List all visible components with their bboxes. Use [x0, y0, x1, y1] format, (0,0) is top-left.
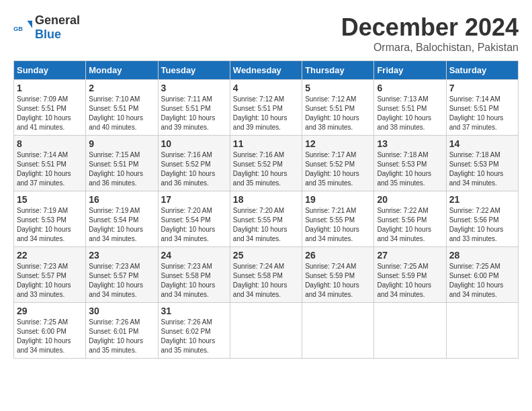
day-number: 4 [233, 83, 299, 93]
calendar-week-row: 8Sunrise: 7:14 AM Sunset: 5:51 PM Daylig… [14, 136, 519, 191]
day-info: Sunrise: 7:24 AM Sunset: 5:59 PM Dayligh… [305, 262, 371, 300]
calendar-cell: 11Sunrise: 7:16 AM Sunset: 5:52 PM Dayli… [230, 136, 302, 191]
day-info: Sunrise: 7:22 AM Sunset: 5:56 PM Dayligh… [449, 206, 515, 244]
calendar-cell: 18Sunrise: 7:20 AM Sunset: 5:55 PM Dayli… [230, 191, 302, 247]
weekday-header-wednesday: Wednesday [230, 61, 302, 80]
logo-text-blue: Blue [35, 28, 61, 41]
calendar-cell: 14Sunrise: 7:18 AM Sunset: 5:53 PM Dayli… [446, 136, 518, 191]
day-number: 14 [449, 138, 515, 149]
day-number: 19 [305, 194, 371, 205]
day-info: Sunrise: 7:18 AM Sunset: 5:53 PM Dayligh… [377, 150, 443, 188]
day-info: Sunrise: 7:23 AM Sunset: 5:57 PM Dayligh… [89, 262, 154, 300]
day-number: 21 [449, 194, 515, 205]
day-info: Sunrise: 7:19 AM Sunset: 5:54 PM Dayligh… [89, 206, 154, 244]
day-info: Sunrise: 7:14 AM Sunset: 5:51 PM Dayligh… [17, 150, 83, 188]
day-number: 18 [233, 194, 299, 205]
day-number: 7 [449, 83, 515, 93]
calendar-cell: 6Sunrise: 7:13 AM Sunset: 5:51 PM Daylig… [374, 80, 446, 136]
calendar-cell [374, 303, 446, 359]
day-info: Sunrise: 7:25 AM Sunset: 5:59 PM Dayligh… [377, 262, 443, 300]
day-info: Sunrise: 7:12 AM Sunset: 5:51 PM Dayligh… [233, 95, 299, 132]
weekday-header-tuesday: Tuesday [158, 61, 230, 80]
day-number: 28 [449, 250, 515, 261]
calendar-cell: 1Sunrise: 7:09 AM Sunset: 5:51 PM Daylig… [14, 80, 86, 136]
calendar-cell: 10Sunrise: 7:16 AM Sunset: 5:52 PM Dayli… [158, 136, 230, 191]
calendar-cell: 26Sunrise: 7:24 AM Sunset: 5:59 PM Dayli… [302, 247, 374, 303]
day-number: 5 [305, 83, 371, 93]
weekday-header-monday: Monday [86, 61, 158, 80]
day-number: 29 [17, 306, 83, 316]
calendar-cell [230, 303, 302, 359]
day-number: 8 [17, 138, 83, 149]
day-info: Sunrise: 7:16 AM Sunset: 5:52 PM Dayligh… [233, 150, 299, 188]
calendar-cell: 23Sunrise: 7:23 AM Sunset: 5:57 PM Dayli… [86, 247, 158, 303]
calendar-cell: 27Sunrise: 7:25 AM Sunset: 5:59 PM Dayli… [374, 247, 446, 303]
day-info: Sunrise: 7:18 AM Sunset: 5:53 PM Dayligh… [449, 150, 515, 188]
logo-icon: GB [13, 18, 32, 37]
day-number: 26 [305, 250, 371, 261]
weekday-header-saturday: Saturday [446, 61, 518, 80]
svg-text:GB: GB [13, 26, 23, 32]
day-info: Sunrise: 7:26 AM Sunset: 6:02 PM Dayligh… [161, 318, 227, 355]
day-number: 27 [377, 250, 443, 261]
calendar-week-row: 15Sunrise: 7:19 AM Sunset: 5:53 PM Dayli… [14, 191, 519, 247]
calendar-cell: 15Sunrise: 7:19 AM Sunset: 5:53 PM Dayli… [14, 191, 86, 247]
day-info: Sunrise: 7:25 AM Sunset: 6:00 PM Dayligh… [17, 318, 83, 355]
main-title: December 2024 [341, 13, 519, 42]
day-info: Sunrise: 7:09 AM Sunset: 5:51 PM Dayligh… [17, 95, 83, 132]
calendar-week-row: 29Sunrise: 7:25 AM Sunset: 6:00 PM Dayli… [14, 303, 519, 359]
weekday-header-sunday: Sunday [14, 61, 86, 80]
calendar-cell: 19Sunrise: 7:21 AM Sunset: 5:55 PM Dayli… [302, 191, 374, 247]
calendar-cell: 13Sunrise: 7:18 AM Sunset: 5:53 PM Dayli… [374, 136, 446, 191]
day-number: 6 [377, 83, 443, 93]
weekday-header-row: SundayMondayTuesdayWednesdayThursdayFrid… [14, 61, 519, 80]
day-info: Sunrise: 7:14 AM Sunset: 5:51 PM Dayligh… [449, 95, 515, 132]
calendar-cell: 5Sunrise: 7:12 AM Sunset: 5:51 PM Daylig… [302, 80, 374, 136]
calendar-cell: 31Sunrise: 7:26 AM Sunset: 6:02 PM Dayli… [158, 303, 230, 359]
day-number: 17 [161, 194, 227, 205]
day-info: Sunrise: 7:16 AM Sunset: 5:52 PM Dayligh… [161, 150, 227, 188]
calendar-cell: 22Sunrise: 7:23 AM Sunset: 5:57 PM Dayli… [14, 247, 86, 303]
calendar-cell: 29Sunrise: 7:25 AM Sunset: 6:00 PM Dayli… [14, 303, 86, 359]
subtitle: Ormara, Balochistan, Pakistan [341, 42, 519, 54]
day-number: 24 [161, 250, 227, 261]
day-number: 1 [17, 83, 83, 93]
day-number: 13 [377, 138, 443, 149]
logo: GB General Blue [13, 13, 80, 42]
day-info: Sunrise: 7:12 AM Sunset: 5:51 PM Dayligh… [305, 95, 371, 132]
day-info: Sunrise: 7:24 AM Sunset: 5:58 PM Dayligh… [233, 262, 299, 300]
calendar-cell: 30Sunrise: 7:26 AM Sunset: 6:01 PM Dayli… [86, 303, 158, 359]
day-number: 30 [89, 306, 154, 316]
calendar-cell: 21Sunrise: 7:22 AM Sunset: 5:56 PM Dayli… [446, 191, 518, 247]
calendar-cell: 24Sunrise: 7:23 AM Sunset: 5:58 PM Dayli… [158, 247, 230, 303]
day-info: Sunrise: 7:19 AM Sunset: 5:53 PM Dayligh… [17, 206, 83, 244]
day-info: Sunrise: 7:11 AM Sunset: 5:51 PM Dayligh… [161, 95, 227, 132]
calendar-cell [302, 303, 374, 359]
calendar-cell: 2Sunrise: 7:10 AM Sunset: 5:51 PM Daylig… [86, 80, 158, 136]
day-number: 31 [161, 306, 227, 316]
calendar-cell: 20Sunrise: 7:22 AM Sunset: 5:56 PM Dayli… [374, 191, 446, 247]
calendar-cell: 16Sunrise: 7:19 AM Sunset: 5:54 PM Dayli… [86, 191, 158, 247]
title-section: December 2024 Ormara, Balochistan, Pakis… [341, 13, 519, 54]
calendar-cell: 17Sunrise: 7:20 AM Sunset: 5:54 PM Dayli… [158, 191, 230, 247]
day-info: Sunrise: 7:26 AM Sunset: 6:01 PM Dayligh… [89, 318, 154, 355]
calendar-cell: 28Sunrise: 7:25 AM Sunset: 6:00 PM Dayli… [446, 247, 518, 303]
header: GB General Blue December 2024 Ormara, Ba… [13, 13, 519, 54]
day-info: Sunrise: 7:17 AM Sunset: 5:52 PM Dayligh… [305, 150, 371, 188]
day-number: 22 [17, 250, 83, 261]
calendar-cell: 8Sunrise: 7:14 AM Sunset: 5:51 PM Daylig… [14, 136, 86, 191]
day-info: Sunrise: 7:25 AM Sunset: 6:00 PM Dayligh… [449, 262, 515, 300]
day-info: Sunrise: 7:13 AM Sunset: 5:51 PM Dayligh… [377, 95, 443, 132]
day-number: 15 [17, 194, 83, 205]
day-number: 11 [233, 138, 299, 149]
day-info: Sunrise: 7:15 AM Sunset: 5:51 PM Dayligh… [89, 150, 154, 188]
calendar-cell: 9Sunrise: 7:15 AM Sunset: 5:51 PM Daylig… [86, 136, 158, 191]
day-info: Sunrise: 7:22 AM Sunset: 5:56 PM Dayligh… [377, 206, 443, 244]
day-number: 25 [233, 250, 299, 261]
day-info: Sunrise: 7:23 AM Sunset: 5:57 PM Dayligh… [17, 262, 83, 300]
day-number: 20 [377, 194, 443, 205]
calendar-cell: 7Sunrise: 7:14 AM Sunset: 5:51 PM Daylig… [446, 80, 518, 136]
calendar-cell: 25Sunrise: 7:24 AM Sunset: 5:58 PM Dayli… [230, 247, 302, 303]
svg-marker-1 [28, 21, 32, 28]
day-number: 10 [161, 138, 227, 149]
